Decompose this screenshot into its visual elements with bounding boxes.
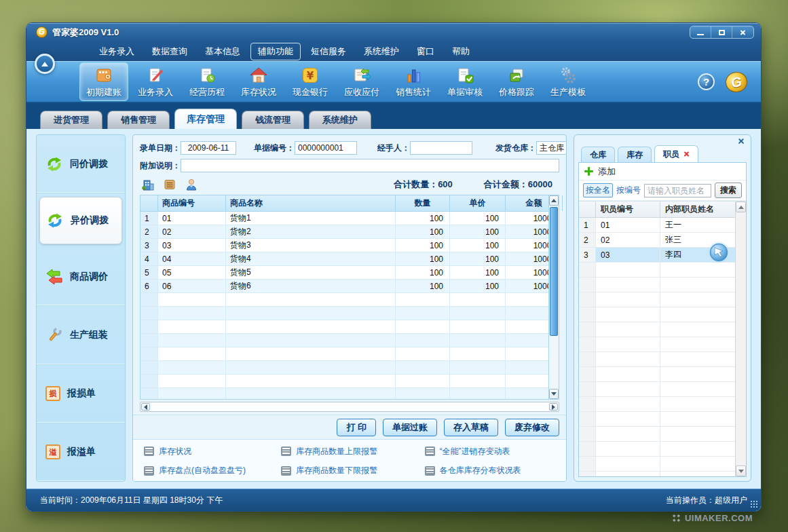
unit-price-cell[interactable]: 100 bbox=[450, 225, 506, 239]
maximize-button[interactable] bbox=[711, 26, 732, 38]
note-input[interactable] bbox=[181, 159, 559, 172]
doc-number-input[interactable] bbox=[295, 141, 357, 155]
empty-row[interactable] bbox=[579, 442, 735, 457]
toolbar-item-cash-bank[interactable]: ¥ 现金银行 bbox=[286, 62, 335, 101]
amount-cell[interactable]: 10000 bbox=[506, 239, 548, 252]
quantity-cell[interactable]: 100 bbox=[396, 252, 450, 266]
tab-inventory[interactable]: 库存 bbox=[618, 147, 652, 162]
link-lower-limit-alarm[interactable]: 库存商品数量下限报警 bbox=[281, 465, 425, 476]
menu-item-system-maintain[interactable]: 系统维护 bbox=[356, 43, 407, 60]
empty-row[interactable] bbox=[579, 263, 735, 278]
empty-row[interactable] bbox=[140, 334, 548, 347]
sidebar-item-production-assembly[interactable]: 生产组装 bbox=[37, 306, 125, 364]
list-item[interactable]: 1 01 王一 bbox=[579, 218, 735, 233]
print-button[interactable]: 打 印 bbox=[337, 419, 376, 436]
header-product-name[interactable]: 商品名称 bbox=[226, 195, 396, 211]
table-row[interactable]: 1 01 货物1 100 100 10000 bbox=[140, 212, 548, 225]
warehouse-input[interactable] bbox=[536, 141, 567, 155]
product-code-cell[interactable]: 04 bbox=[158, 252, 226, 266]
menu-item-business-entry[interactable]: 业务录入 bbox=[92, 43, 142, 60]
scroll-right-button[interactable] bbox=[549, 403, 558, 411]
unit-price-cell[interactable]: 100 bbox=[450, 212, 506, 225]
empty-row[interactable] bbox=[140, 293, 548, 307]
close-button[interactable] bbox=[732, 26, 753, 38]
product-name-cell[interactable]: 货物5 bbox=[226, 266, 396, 280]
product-code-cell[interactable]: 01 bbox=[158, 212, 226, 225]
empty-row[interactable] bbox=[579, 352, 735, 367]
product-name-cell[interactable]: 货物2 bbox=[226, 225, 396, 239]
empty-row[interactable] bbox=[579, 397, 735, 412]
menu-item-basic-info[interactable]: 基本信息 bbox=[198, 43, 248, 60]
resize-grip[interactable] bbox=[750, 500, 758, 508]
scroll-left-button[interactable] bbox=[141, 403, 150, 411]
toolbar-item-inventory-status[interactable]: 库存状况 bbox=[234, 62, 283, 101]
scroll-down-button[interactable] bbox=[549, 389, 559, 399]
header-product-code[interactable]: 商品编号 bbox=[158, 195, 226, 211]
filter-by-code[interactable]: 按编号 bbox=[616, 185, 641, 196]
report-link-label[interactable]: 库存盘点(自动盘盈盘亏) bbox=[159, 465, 246, 476]
toolbar-item-business-entry[interactable]: 业务录入 bbox=[131, 62, 180, 101]
header-note[interactable]: 备注 bbox=[563, 195, 567, 211]
product-name-cell[interactable]: 货物3 bbox=[226, 239, 396, 252]
link-stocktake[interactable]: 库存盘点(自动盘盈盘亏) bbox=[144, 465, 281, 476]
filter-by-fullname[interactable]: 按全名 bbox=[583, 183, 613, 197]
report-link-label[interactable]: “全能”进销存变动表 bbox=[440, 446, 510, 457]
warehouse-building-icon[interactable] bbox=[141, 178, 155, 191]
help-button[interactable]: ? bbox=[698, 73, 715, 90]
tab-cashflow-mgmt[interactable]: 钱流管理 bbox=[242, 111, 304, 129]
product-code-cell[interactable]: 02 bbox=[158, 225, 226, 239]
product-name-cell[interactable]: 货物4 bbox=[226, 252, 396, 266]
menu-item-data-query[interactable]: 数据查询 bbox=[145, 43, 195, 60]
empty-row[interactable] bbox=[140, 347, 548, 361]
tab-staff[interactable]: 职员 bbox=[654, 145, 698, 162]
unit-price-cell[interactable]: 100 bbox=[450, 280, 506, 293]
empty-row[interactable] bbox=[579, 278, 735, 292]
quantity-cell[interactable]: 100 bbox=[396, 239, 450, 252]
link-allinone-change-report[interactable]: “全能”进销存变动表 bbox=[425, 446, 555, 457]
link-inventory-status[interactable]: 库存状况 bbox=[144, 446, 281, 457]
unit-price-cell[interactable]: 100 bbox=[450, 239, 506, 252]
table-row[interactable]: 6 06 货物6 100 100 10000 bbox=[140, 280, 548, 293]
post-document-button[interactable]: 单据过账 bbox=[383, 419, 437, 436]
scroll-up-button[interactable] bbox=[736, 202, 746, 212]
staff-name-cell[interactable]: 王一 bbox=[660, 218, 735, 233]
table-row[interactable]: 5 05 货物5 100 100 10000 bbox=[140, 266, 548, 280]
quantity-cell[interactable]: 100 bbox=[396, 280, 450, 293]
staff-code-cell[interactable]: 02 bbox=[596, 233, 660, 248]
scroll-down-button[interactable] bbox=[736, 466, 746, 476]
empty-row[interactable] bbox=[140, 388, 548, 399]
toolbar-item-document-audit[interactable]: 单据审核 bbox=[440, 62, 489, 101]
menu-item-sms[interactable]: 短信服务 bbox=[303, 43, 354, 60]
horizontal-scrollbar[interactable] bbox=[140, 402, 559, 412]
amount-cell[interactable]: 10000 bbox=[506, 212, 548, 225]
panel-close-icon[interactable] bbox=[737, 137, 745, 145]
empty-row[interactable] bbox=[140, 375, 548, 388]
vertical-scrollbar[interactable] bbox=[548, 195, 559, 399]
toolbar-item-sales-stats[interactable]: 销售统计 bbox=[389, 62, 438, 101]
table-row[interactable]: 3 03 货物3 100 100 10000 bbox=[140, 239, 548, 252]
staff-vertical-scrollbar[interactable] bbox=[735, 202, 746, 476]
amount-cell[interactable]: 10000 bbox=[506, 225, 548, 239]
empty-row[interactable] bbox=[140, 320, 548, 334]
sidebar-item-price-adjust[interactable]: 商品调价 bbox=[37, 248, 125, 306]
unit-price-cell[interactable]: 100 bbox=[450, 266, 506, 280]
empty-row[interactable] bbox=[579, 382, 735, 397]
amount-cell[interactable]: 10000 bbox=[506, 266, 548, 280]
report-link-label[interactable]: 各仓库库存分布状况表 bbox=[440, 465, 521, 476]
product-name-cell[interactable]: 货物6 bbox=[226, 280, 396, 293]
empty-row[interactable] bbox=[579, 292, 735, 307]
empty-row[interactable] bbox=[579, 472, 735, 476]
scroll-up-button[interactable] bbox=[549, 195, 559, 206]
empty-row[interactable] bbox=[140, 307, 548, 320]
product-name-cell[interactable]: 货物1 bbox=[226, 212, 396, 225]
quantity-cell[interactable]: 100 bbox=[396, 225, 450, 239]
tab-purchase-mgmt[interactable]: 进货管理 bbox=[40, 111, 102, 129]
product-code-cell[interactable]: 06 bbox=[158, 280, 226, 293]
goods-box-icon[interactable] bbox=[163, 178, 176, 191]
tab-close-icon[interactable] bbox=[683, 151, 690, 157]
tab-warehouse[interactable]: 仓库 bbox=[581, 147, 615, 162]
staff-search-input[interactable] bbox=[644, 184, 711, 197]
save-draft-button[interactable]: 存入草稿 bbox=[444, 419, 498, 436]
empty-row[interactable] bbox=[579, 322, 735, 337]
minimize-button[interactable] bbox=[690, 26, 711, 38]
